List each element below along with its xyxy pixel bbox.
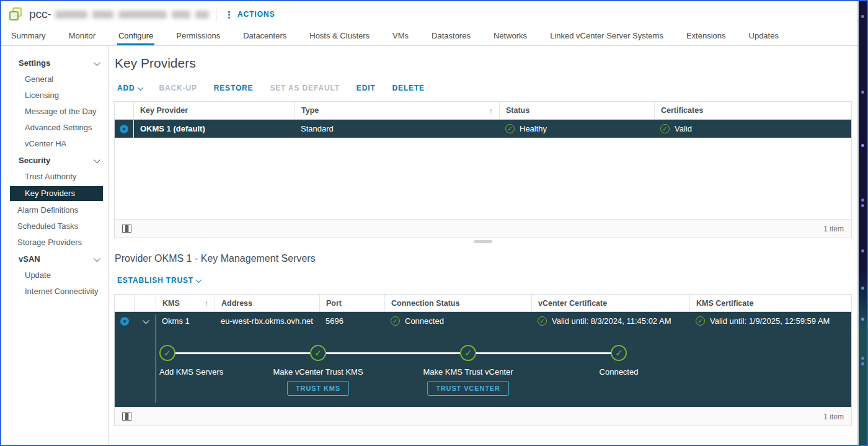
- set-as-default-button[interactable]: SET AS DEFAULT: [270, 84, 339, 92]
- tab-datastores[interactable]: Datastores: [430, 27, 472, 45]
- sidebar-section-settings[interactable]: Settings: [1, 55, 108, 71]
- chevron-down-icon: [137, 84, 143, 91]
- item-count: 1 item: [823, 413, 844, 421]
- establish-trust-button[interactable]: ESTABLISH TRUST: [117, 276, 201, 285]
- restore-button[interactable]: RESTORE: [214, 84, 254, 92]
- key-providers-view: Key Providers ADD BACK-UP RESTORE SET AS…: [109, 46, 857, 445]
- trust-vcenter-button[interactable]: TRUST VCENTER: [427, 381, 509, 396]
- column-header-type[interactable]: Type ↑: [294, 102, 499, 119]
- actions-button[interactable]: ⋮ ACTIONS: [224, 10, 275, 19]
- tab-vms[interactable]: VMs: [391, 27, 410, 45]
- delete-button[interactable]: DELETE: [392, 84, 425, 92]
- tab-datacenters[interactable]: Datacenters: [242, 27, 288, 45]
- sidebar-item-message-of-the-day[interactable]: Message of the Day: [1, 104, 108, 120]
- row-radio-selected[interactable]: [120, 317, 129, 326]
- tab-hosts-clusters[interactable]: Hosts & Clusters: [308, 27, 371, 45]
- sidebar-item-general[interactable]: General: [1, 71, 108, 87]
- sidebar-item-scheduled-tasks[interactable]: Scheduled Tasks: [1, 218, 108, 234]
- sidebar-item-advanced-settings[interactable]: Advanced Settings: [1, 120, 108, 136]
- tab-summary[interactable]: Summary: [10, 27, 47, 45]
- table-row-okms1-kms[interactable]: Okms 1 eu-west-rbx.okms.ovh.net 5696 ✓ C…: [115, 312, 851, 330]
- object-name-prefix: pcc-: [29, 7, 51, 21]
- step-label-make-kms-trust-vcenter: Make KMS Trust vCenter: [394, 367, 542, 377]
- object-tab-bar: Summary Monitor Configure Permissions Da…: [1, 27, 857, 46]
- sidebar-item-licensing[interactable]: Licensing: [1, 87, 108, 104]
- sidebar-item-alarm-definitions[interactable]: Alarm Definitions: [1, 202, 108, 218]
- valid-check-icon: ✓: [696, 316, 705, 326]
- column-header-address[interactable]: Address: [215, 295, 319, 311]
- valid-check-icon: ✓: [660, 124, 670, 133]
- header-divider: [216, 7, 216, 22]
- column-label: Certificates: [661, 106, 703, 115]
- column-label: Status: [506, 106, 529, 115]
- add-button[interactable]: ADD: [117, 84, 143, 92]
- column-header-key-provider[interactable]: Key Provider: [133, 102, 294, 119]
- expand-column-header: [134, 295, 156, 311]
- table-row-okms1[interactable]: OKMS 1 (default) Standard ✓ Healthy ✓ Va: [115, 120, 851, 138]
- back-up-button[interactable]: BACK-UP: [159, 84, 197, 92]
- sort-ascending-icon: ↑: [489, 106, 494, 115]
- tab-permissions[interactable]: Permissions: [175, 27, 221, 45]
- redacted-object-name: [55, 11, 209, 19]
- step-label-add-kms-servers: Add KMS Servers: [159, 367, 223, 377]
- panel-resize-handle[interactable]: [114, 238, 852, 244]
- sidebar-section-security[interactable]: Security: [1, 152, 108, 169]
- tab-networks[interactable]: Networks: [492, 27, 528, 45]
- sidebar-section-label: Security: [19, 156, 50, 165]
- step-complete-icon: ✓: [310, 345, 326, 361]
- column-header-connection-status[interactable]: Connection Status: [384, 295, 531, 311]
- column-header-kms-certificate[interactable]: KMS Certificate: [689, 295, 851, 311]
- column-header-certificates[interactable]: Certificates: [654, 102, 851, 119]
- cell-port: 5696: [319, 312, 384, 330]
- column-header-port[interactable]: Port: [319, 295, 384, 311]
- tab-configure[interactable]: Configure: [117, 27, 154, 45]
- tab-extensions[interactable]: Extensions: [685, 27, 727, 45]
- tab-linked-vcenter[interactable]: Linked vCenter Server Systems: [549, 27, 665, 45]
- sidebar-item-vcenter-ha[interactable]: vCenter HA: [1, 136, 108, 152]
- step-complete-icon: ✓: [460, 345, 476, 361]
- trust-kms-button[interactable]: TRUST KMS: [287, 381, 349, 396]
- column-header-status[interactable]: Status: [499, 102, 654, 119]
- key-providers-table: Key Provider Type ↑ Status Certificates: [114, 101, 852, 238]
- section-title-key-providers: Key Providers: [115, 56, 852, 71]
- sidebar-item-key-providers[interactable]: Key Providers: [10, 186, 103, 201]
- resize-grip-icon: [474, 240, 492, 243]
- trust-connection-stepper: ✓ ✓ ✓ ✓ Add KMS Servers Make vCenter Tru…: [115, 330, 851, 407]
- establish-trust-label: ESTABLISH TRUST: [117, 276, 193, 285]
- collapse-row-icon[interactable]: [142, 316, 149, 323]
- column-header-vcenter-certificate[interactable]: vCenter Certificate: [531, 295, 689, 311]
- page-title: pcc-: [29, 7, 209, 21]
- sidebar-item-internet-connectivity[interactable]: Internet Connectivity: [1, 283, 108, 300]
- valid-check-icon: ✓: [538, 316, 547, 326]
- table-footer: 1 item: [115, 407, 851, 426]
- vcenter-server-icon: [9, 7, 24, 21]
- vcenter-certificate-text: Valid until: 8/3/2024, 11:45:02 AM: [552, 316, 671, 326]
- tab-monitor[interactable]: Monitor: [68, 27, 97, 45]
- step-label-make-vcenter-trust-kms: Make vCenter Trust KMS: [244, 367, 392, 377]
- section-title-kms-servers: Provider OKMS 1 - Key Management Servers: [115, 253, 852, 264]
- cell-kms-certificate: ✓ Valid until: 1/9/2025, 12:59:59 AM: [689, 312, 851, 330]
- sidebar-item-update[interactable]: Update: [1, 267, 108, 283]
- column-settings-icon[interactable]: [122, 413, 131, 421]
- status-text: Healthy: [520, 124, 547, 133]
- column-label: Type: [301, 106, 319, 115]
- stepper-track: [167, 352, 619, 354]
- step-label-connected: Connected: [544, 367, 693, 377]
- kms-toolbar: ESTABLISH TRUST: [117, 275, 852, 285]
- row-radio-selected[interactable]: [120, 125, 128, 133]
- item-count: 1 item: [823, 225, 844, 233]
- cell-type: Standard: [294, 120, 499, 138]
- column-settings-icon[interactable]: [122, 225, 131, 233]
- cell-vcenter-certificate: ✓ Valid until: 8/3/2024, 11:45:02 AM: [531, 312, 689, 330]
- column-header-kms[interactable]: KMS ↑: [156, 295, 215, 311]
- edit-button[interactable]: EDIT: [356, 84, 376, 92]
- chevron-down-icon: [196, 277, 202, 283]
- cell-kms: Okms 1: [156, 312, 215, 330]
- sidebar-item-trust-authority[interactable]: Trust Authority: [1, 169, 108, 185]
- healthy-check-icon: ✓: [505, 124, 515, 133]
- kms-certificate-text: Valid until: 1/9/2025, 12:59:59 AM: [710, 316, 830, 326]
- tab-updates[interactable]: Updates: [748, 27, 780, 45]
- sidebar-item-storage-providers[interactable]: Storage Providers: [1, 234, 108, 251]
- sidebar-section-vsan[interactable]: vSAN: [1, 251, 108, 267]
- vsphere-client-window: pcc- ⋮ ACTIONS Summary Monitor Configure…: [0, 0, 868, 446]
